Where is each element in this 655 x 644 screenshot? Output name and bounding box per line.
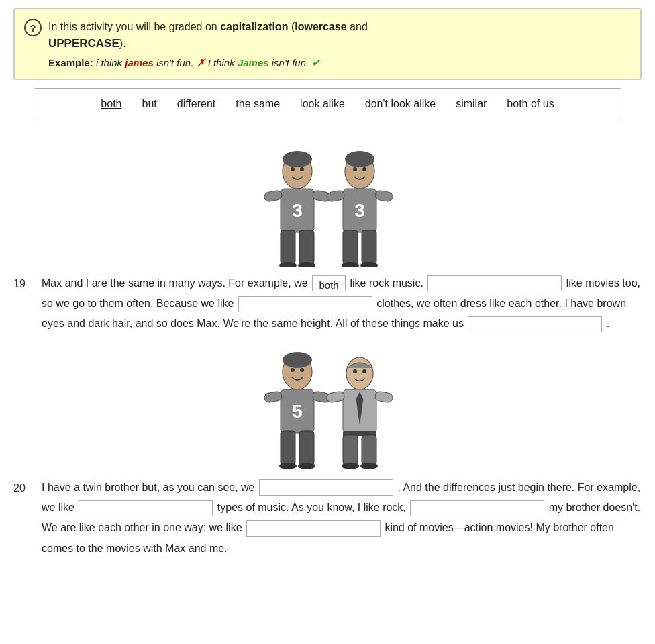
svg-text:3: 3	[292, 200, 303, 221]
svg-rect-6	[264, 189, 283, 201]
svg-rect-44	[343, 435, 358, 465]
svg-point-47	[360, 463, 378, 469]
svg-text:3: 3	[354, 200, 365, 221]
illustration-1-svg: 3 3	[254, 146, 401, 267]
svg-rect-8	[281, 230, 295, 264]
word-look-alike[interactable]: look alike	[300, 98, 345, 110]
instruction-box: ? In this activity you will be graded on…	[13, 8, 642, 80]
svg-rect-9	[299, 230, 314, 264]
svg-point-2	[291, 167, 295, 171]
svg-rect-20	[343, 230, 358, 264]
svg-rect-41	[326, 391, 345, 403]
word-similar[interactable]: similar	[456, 98, 487, 110]
svg-point-13	[345, 151, 374, 167]
word-both[interactable]: both	[101, 98, 121, 110]
illustration-2: 5	[13, 347, 642, 471]
svg-point-36	[346, 357, 373, 389]
svg-point-27	[300, 368, 304, 372]
svg-point-26	[291, 368, 295, 372]
svg-point-37	[353, 369, 357, 373]
svg-rect-21	[362, 230, 376, 264]
q20-input-2[interactable]	[79, 500, 213, 516]
svg-rect-18	[326, 189, 345, 201]
instruction-text: In this activity you will be graded on c…	[48, 19, 629, 52]
svg-point-14	[353, 167, 357, 171]
svg-point-25	[283, 352, 312, 368]
question-19: 19 Max and I are the same in many ways. …	[13, 273, 642, 334]
correct-word: James	[238, 57, 269, 68]
q20-input-4[interactable]	[246, 520, 381, 537]
question-19-text: Max and I are the same in many ways. For…	[42, 273, 642, 334]
example-label: Example:	[48, 57, 93, 68]
illustration-1: 3 3	[13, 146, 642, 267]
svg-rect-30	[264, 391, 283, 403]
q19-input-2[interactable]	[238, 296, 372, 312]
svg-point-46	[342, 463, 359, 469]
bold-uppercase: UPPERCASE	[48, 37, 119, 50]
word-different[interactable]: different	[177, 98, 216, 110]
svg-point-34	[279, 463, 297, 469]
word-both-of-us[interactable]: both of us	[507, 98, 554, 110]
svg-text:5: 5	[292, 401, 303, 422]
svg-point-38	[362, 369, 366, 373]
question-20-text: I have a twin brother but, as you can se…	[42, 477, 642, 559]
wrong-example: i think james isn't fun. ✗	[96, 57, 205, 68]
word-the-same[interactable]: the same	[236, 98, 280, 110]
check-mark: ✔	[311, 57, 320, 68]
help-icon: ?	[24, 19, 42, 36]
word-dont-look-alike[interactable]: don't look alike	[365, 98, 436, 110]
question-19-number: 19	[13, 273, 42, 293]
bold-capitalization: capitalization	[220, 21, 288, 32]
q19-input-3[interactable]	[468, 316, 602, 332]
question-20-number: 20	[13, 477, 42, 497]
word-but[interactable]: but	[142, 98, 157, 110]
svg-rect-19	[374, 189, 393, 201]
svg-rect-42	[374, 391, 393, 403]
correct-example: I think James isn't fun. ✔	[208, 57, 321, 68]
wrong-word: james	[125, 57, 154, 68]
svg-point-35	[298, 463, 315, 469]
q20-input-3[interactable]	[410, 500, 544, 516]
svg-point-1	[283, 151, 312, 167]
svg-rect-33	[299, 431, 314, 465]
bold-lowercase: lowercase	[295, 21, 346, 32]
illustration-2-svg: 5	[254, 347, 401, 471]
svg-rect-32	[281, 431, 295, 465]
example-line: Example: i think james isn't fun. ✗ I th…	[48, 56, 629, 69]
svg-point-3	[300, 167, 304, 171]
activity-area: 3 3	[0, 127, 655, 584]
word-bank: both but different the same look alike d…	[34, 88, 621, 120]
question-20: 20 I have a twin brother but, as you can…	[13, 477, 642, 559]
q19-prefilled-both: both	[312, 275, 346, 291]
q19-input-1[interactable]	[427, 275, 562, 291]
svg-point-15	[362, 167, 366, 171]
x-mark: ✗	[197, 57, 205, 68]
q20-input-1[interactable]	[259, 479, 393, 496]
svg-rect-45	[362, 435, 376, 465]
